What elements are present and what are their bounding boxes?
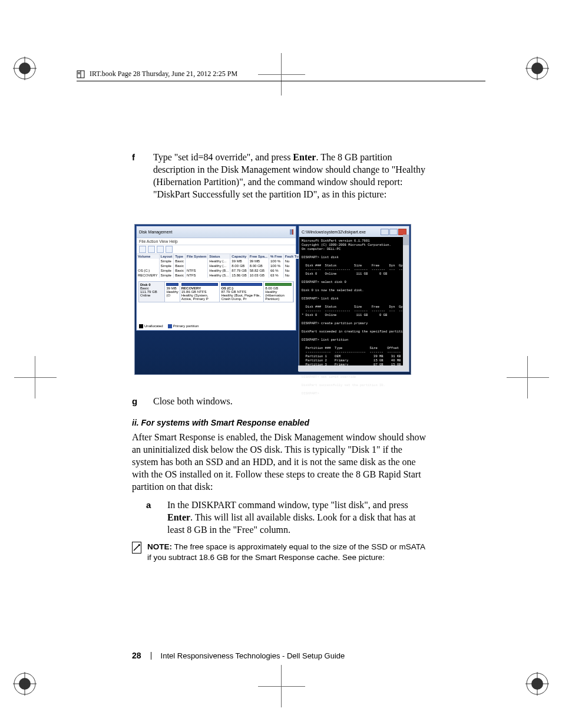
window-buttons	[290, 230, 293, 234]
toolbar	[137, 245, 296, 254]
window-title: Disk Management	[139, 230, 172, 234]
table-cell: 10.03 GB	[248, 273, 269, 278]
forward-icon[interactable]	[148, 246, 155, 253]
disk-management-window: Disk Management File Action View Help Vo…	[136, 226, 296, 331]
col-header[interactable]: Layout	[159, 254, 174, 259]
minimize-icon[interactable]	[381, 229, 389, 235]
content-block: f Type "set id=84 override", and press E…	[132, 151, 428, 206]
table-cell: 58.82 GB	[248, 268, 269, 273]
table-cell: Healthy (...	[208, 259, 230, 263]
legend-swatch-icon	[139, 324, 143, 328]
document-page: IRT.book Page 28 Thursday, June 21, 2012…	[0, 0, 562, 728]
table-cell: 63 %	[269, 273, 284, 278]
step-letter: f	[132, 151, 145, 200]
table-cell: 66 %	[269, 268, 284, 273]
note-text: NOTE: The free space is approximately eq…	[147, 542, 428, 563]
table-cell: NTFS	[185, 273, 207, 278]
col-header[interactable]: % Free	[269, 254, 284, 259]
scrollbar-vertical[interactable]	[403, 235, 409, 371]
registration-mark-icon	[525, 57, 549, 80]
svg-point-13	[531, 678, 543, 690]
registration-mark-icon	[13, 672, 37, 696]
svg-point-1	[19, 62, 31, 74]
page-number: 28	[132, 651, 141, 660]
book-icon	[77, 70, 85, 78]
table-cell	[185, 259, 207, 263]
note-icon	[132, 542, 141, 554]
table-cell	[185, 263, 207, 268]
step-letter: g	[132, 395, 145, 407]
table-cell: 8.00 GB	[248, 263, 269, 268]
sub-heading: ii. For systems with Smart Response enab…	[132, 418, 428, 427]
legend: Unallocated Primary partition	[139, 324, 199, 328]
table-cell: 39 MB	[230, 259, 248, 263]
footer-title: Intel Responsiveness Technologies - Dell…	[161, 651, 345, 660]
running-header: IRT.book Page 28 Thursday, June 21, 2012…	[77, 70, 485, 81]
partition-block[interactable]: 8.00 GB Healthy (Hibernation Partition)	[264, 282, 293, 302]
table-cell: Simple	[159, 259, 174, 263]
body-paragraph: After Smart Response is enabled, the Dis…	[132, 431, 428, 493]
step-text: Type "set id=84 override", and press Ent…	[153, 151, 428, 200]
scrollbar-thumb[interactable]	[403, 235, 409, 245]
svg-point-4	[527, 58, 548, 79]
step-text: Close both windows.	[153, 395, 233, 407]
registration-mark-icon	[13, 57, 37, 80]
table-row[interactable]: SimpleBasicHealthy (...39 MB39 MB100 %No	[137, 259, 312, 263]
step-letter: a	[146, 499, 159, 536]
page-footer: 28 Intel Responsiveness Technologies - D…	[132, 651, 345, 660]
crop-mark-icon	[281, 665, 282, 707]
terminal-output[interactable]: Microsoft DiskPart version 6.1.7601 Copy…	[299, 237, 409, 397]
footer-separator	[151, 652, 151, 660]
running-header-text: IRT.book Page 28 Thursday, June 21, 2012…	[90, 70, 237, 78]
table-row[interactable]: RECOVERYSimpleBasicNTFSHealthy (S...15.8…	[137, 273, 312, 278]
table-cell: Basic	[174, 263, 186, 268]
table-cell: Simple	[159, 273, 174, 278]
table-cell	[137, 259, 159, 263]
partition-block[interactable]: 39 MB Healthy (O	[165, 282, 180, 302]
scrollbar-horizontal[interactable]	[298, 365, 403, 371]
disk-diagram: Disk 0 Basic 111.79 GB Online 39 MB Heal…	[138, 281, 294, 302]
table-row[interactable]: SimpleBasicHealthy (...8.00 GB8.00 GB100…	[137, 263, 312, 268]
table-cell: 39 MB	[248, 259, 269, 263]
back-icon[interactable]	[139, 246, 146, 253]
step-text: In the DISKPART command window, type "li…	[167, 499, 428, 536]
step-g: g Close both windows.	[132, 395, 428, 407]
svg-point-5	[531, 62, 543, 74]
window-titlebar: C:\Windows\system32\diskpart.exe	[299, 226, 409, 237]
refresh-icon[interactable]	[157, 246, 164, 253]
svg-point-0	[14, 58, 35, 79]
crop-mark-icon	[258, 686, 305, 687]
table-cell: 15.86 GB	[230, 273, 248, 278]
close-icon[interactable]	[292, 229, 293, 235]
table-cell: Simple	[159, 268, 174, 273]
col-header[interactable]: Free Spa...	[248, 254, 269, 259]
help-icon[interactable]	[166, 246, 173, 253]
table-cell: 100 %	[269, 263, 284, 268]
menu-bar[interactable]: File Action View Help	[137, 238, 296, 245]
col-header[interactable]: Type	[174, 254, 186, 259]
partition-block[interactable]: RECOVERY 15.86 GB NTFS Healthy (System, …	[180, 282, 220, 302]
svg-point-9	[19, 678, 31, 690]
partition-block[interactable]: OS (C:) 87.79 GB NTFS Healthy (Boot, Pag…	[220, 282, 264, 302]
disk-label: Disk 0 Basic 111.79 GB Online	[139, 282, 165, 302]
close-icon[interactable]	[398, 229, 406, 235]
screenshot-figure: Disk Management File Action View Help Vo…	[134, 224, 411, 375]
note-block: NOTE: The free space is approximately eq…	[132, 542, 428, 563]
table-row[interactable]: OS (C:)SimpleBasicNTFSHealthy (B...87.79…	[137, 268, 312, 273]
col-header[interactable]: Volume	[137, 254, 159, 259]
legend-swatch-icon	[168, 324, 172, 328]
table-cell: RECOVERY	[137, 273, 159, 278]
table-cell: Healthy (...	[208, 263, 230, 268]
table-cell: 8.00 GB	[230, 263, 248, 268]
table-cell: Basic	[174, 259, 186, 263]
col-header[interactable]: Status	[208, 254, 230, 259]
col-header[interactable]: File System	[185, 254, 207, 259]
window-title: C:\Windows\system32\diskpart.exe	[302, 230, 366, 234]
maximize-icon[interactable]	[389, 229, 398, 235]
crop-mark-icon	[35, 356, 35, 398]
volume-table: Volume Layout Type File System Status Ca…	[137, 254, 313, 278]
table-cell: 87.79 GB	[230, 268, 248, 273]
col-header[interactable]: Capacity	[230, 254, 248, 259]
table-cell: Basic	[174, 268, 186, 273]
crop-mark-icon	[507, 377, 549, 378]
